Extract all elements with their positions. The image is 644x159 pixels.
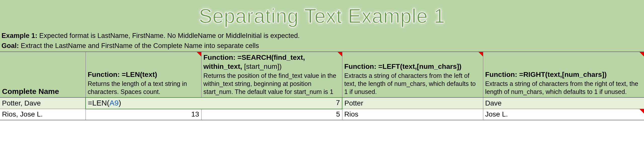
header-len: Function: =LEN(text) Returns the length …: [86, 52, 201, 97]
left-sig-prefix: Function:: [344, 63, 378, 70]
search-desc: Returns the position of the find_text va…: [204, 72, 336, 95]
right-desc: Extracts a string of characters from the…: [485, 80, 638, 95]
cell-right-0[interactable]: Dave: [483, 97, 644, 109]
table-row: Potter, Dave =LEN(A9) 7 Potter Dave: [0, 97, 644, 109]
intro-block: Example 1: Expected format is LastName, …: [0, 30, 644, 51]
table-row: Rios, Jose L. 13 5 Rios Jose L.: [0, 109, 644, 120]
formula-prefix: =LEN(: [88, 99, 109, 107]
formula-ref: A9: [109, 99, 119, 107]
cell-name-1[interactable]: Rios, Jose L.: [0, 109, 86, 120]
len-sig: =LEN(text): [122, 71, 157, 78]
len-desc: Returns the length of a text string in c…: [88, 80, 187, 95]
formula-suffix: ): [119, 99, 121, 107]
left-desc: Extracts a string of characters from the…: [344, 72, 476, 95]
example-text: Expected format is LastName, FirstName. …: [37, 32, 300, 39]
search-sig-opt: [start_num]): [242, 63, 282, 70]
example-label: Example 1:: [2, 32, 37, 39]
formula-text: =LEN(A9): [88, 99, 121, 107]
header-complete-name: Complete Name: [0, 52, 86, 97]
example-line: Example 1: Expected format is LastName, …: [2, 31, 642, 41]
header-search: Function: =SEARCH(find_text, within_text…: [201, 52, 342, 97]
cell-right-1[interactable]: Jose L.: [483, 109, 644, 120]
cell-left-1[interactable]: Rios: [342, 109, 483, 120]
goal-line: Goal: Extract the LastName and FirstName…: [2, 41, 642, 51]
right-sig: =RIGHT(text,[num_chars]): [519, 71, 607, 78]
spreadsheet-table: Complete Name Function: =LEN(text) Retur…: [0, 51, 644, 120]
header-left: Function: =LEFT(text,[num_chars]) Extrac…: [342, 52, 483, 97]
header-right: Function: =RIGHT(text,[num_chars]) Extra…: [483, 52, 644, 97]
table-header-row: Complete Name Function: =LEN(text) Retur…: [0, 52, 644, 97]
cell-name-0[interactable]: Potter, Dave: [0, 97, 86, 109]
banner: Separating Text Example 1: [0, 0, 644, 30]
len-sig-prefix: Function:: [88, 71, 122, 78]
left-sig: =LEFT(text,[num_chars]): [378, 63, 462, 70]
page-title: Separating Text Example 1: [0, 5, 644, 28]
cell-search-1[interactable]: 5: [201, 109, 342, 120]
cell-len-formula[interactable]: =LEN(A9) 7: [86, 97, 342, 109]
search-sig-prefix: Function:: [204, 54, 237, 61]
cell-left-0[interactable]: Potter: [342, 97, 483, 109]
right-sig-prefix: Function:: [485, 71, 519, 78]
cell-search-0: 7: [336, 99, 340, 107]
cell-len-1[interactable]: 13: [86, 109, 201, 120]
goal-label: Goal:: [2, 42, 19, 49]
goal-text: Extract the LastName and FirstName of th…: [19, 42, 259, 49]
